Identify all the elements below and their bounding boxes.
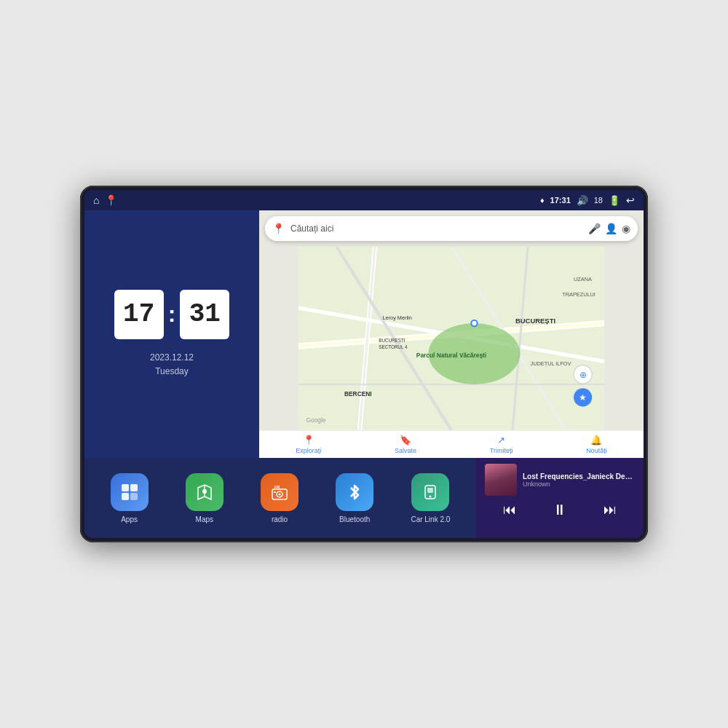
clock-colon: : [168,301,176,328]
news-icon: 🔔 [590,435,602,446]
svg-text:Parcul Natural Văcărești: Parcul Natural Văcărești [416,352,486,359]
svg-text:BUCUREȘTI: BUCUREȘTI [379,338,405,344]
map-search-bar[interactable]: 📍 Căutați aici 🎤 👤 ◉ [265,216,638,241]
svg-point-41 [430,495,432,497]
music-text: Lost Frequencies_Janieck Devy-... Unknow… [523,472,635,488]
next-button[interactable]: ⏭ [604,502,617,518]
maps-pin-icon[interactable]: 📍 [105,194,117,206]
svg-text:★: ★ [579,393,587,402]
svg-rect-28 [130,484,138,491]
svg-point-36 [279,493,281,495]
svg-rect-40 [427,488,433,493]
svg-text:BUCUREȘTI: BUCUREȘTI [515,317,555,325]
status-bar: ⌂ 📍 ♦ 17:31 🔊 18 🔋 ↩ [84,190,644,210]
maps-icon-wrap [186,473,223,511]
svg-text:FM: FM [274,485,280,489]
gps-icon: ♦ [540,196,545,205]
back-icon[interactable]: ↩ [626,194,635,206]
voice-icon[interactable]: 🎤 [588,223,601,234]
svg-rect-30 [130,493,138,500]
carlink-icon-wrap [411,473,449,511]
time-display: 17:31 [550,196,571,205]
svg-point-21 [472,321,476,325]
clock-day-value: Tuesday [150,365,194,379]
map-footer-explore[interactable]: 📍 Explorați [296,435,321,454]
bluetooth-label: Bluetooth [339,515,370,523]
bluetooth-icon-wrap [336,473,373,511]
maps-label: Maps [196,515,213,523]
map-footer: 📍 Explorați 🔖 Salvate ↗ Trimiteți 🔔 [259,430,644,458]
send-icon: ↗ [497,435,505,446]
app-item-apps[interactable]: Apps [111,473,149,523]
volume-icon[interactable]: 🔊 [577,195,588,206]
map-panel: 📍 Căutați aici 🎤 👤 ◉ [259,210,644,458]
music-thumbnail [485,464,517,496]
prev-button[interactable]: ⏮ [503,502,516,518]
music-artist: Unknown [523,480,635,488]
map-search-input[interactable]: Căutați aici [290,223,582,234]
news-label: Noutăți [586,447,607,454]
clock-minute: 31 [180,290,229,339]
map-footer-news[interactable]: 🔔 Noutăți [586,435,607,454]
svg-point-33 [202,489,207,494]
svg-text:Leroy Merlin: Leroy Merlin [383,314,412,321]
explore-icon: 📍 [303,435,314,446]
top-section: 17 : 31 2023.12.12 Tuesday 📍 Căutați aic… [84,210,644,458]
music-controls: ⏮ ⏸ ⏭ [485,502,635,518]
clock-date: 2023.12.12 Tuesday [150,351,194,379]
app-item-maps[interactable]: Maps [186,473,223,523]
svg-text:UZANA: UZANA [574,276,592,282]
battery-icon: 🔋 [609,195,620,206]
maps-icon [194,482,215,502]
clock-display: 17 : 31 [114,290,230,339]
app-item-radio[interactable]: FM radio [261,473,298,523]
apps-icon [119,482,140,502]
music-thumb-art [485,464,517,496]
map-pin-icon: 📍 [272,223,285,234]
clock-panel: 17 : 31 2023.12.12 Tuesday [84,210,259,458]
saved-label: Salvate [395,447,416,454]
svg-text:SECTORUL 4: SECTORUL 4 [379,344,408,349]
svg-rect-29 [122,493,129,500]
status-left: ⌂ 📍 [93,194,117,206]
map-footer-saved[interactable]: 🔖 Salvate [395,435,416,454]
saved-icon: 🔖 [400,435,411,446]
play-pause-button[interactable]: ⏸ [553,502,567,518]
carlink-icon [420,482,440,502]
layers-icon[interactable]: ◉ [622,223,630,234]
clock-date-value: 2023.12.12 [150,351,194,365]
account-icon[interactable]: 👤 [605,223,617,234]
svg-text:JUDEȚUL ILFOV: JUDEȚUL ILFOV [531,360,571,367]
radio-icon-wrap: FM [261,473,298,511]
svg-rect-37 [274,491,276,493]
app-item-bluetooth[interactable]: Bluetooth [336,473,373,523]
svg-rect-27 [122,484,129,491]
explore-label: Explorați [296,447,321,454]
car-display-device: ⌂ 📍 ♦ 17:31 🔊 18 🔋 ↩ 17 : [80,186,648,542]
apps-icon-wrap [111,473,149,511]
radio-icon: FM [269,482,290,502]
send-label: Trimiteți [490,447,513,454]
device-screen: ⌂ 📍 ♦ 17:31 🔊 18 🔋 ↩ 17 : [84,190,644,538]
svg-text:Google: Google [306,417,326,424]
music-title: Lost Frequencies_Janieck Devy-... [523,472,635,480]
apps-panel: Apps Maps [84,458,476,538]
app-item-carlink[interactable]: Car Link 2.0 [411,473,450,523]
clock-hour: 17 [114,290,164,339]
map-search-actions: 🎤 👤 ◉ [588,223,630,234]
svg-text:TRAPEZULUI: TRAPEZULUI [562,291,596,298]
music-info: Lost Frequencies_Janieck Devy-... Unknow… [485,464,635,496]
home-icon[interactable]: ⌂ [93,194,99,206]
map-svg: Parcul Natural Văcărești BUCUREȘTI JUDEȚ… [259,247,644,430]
signal-value: 18 [594,196,603,205]
bottom-section: Apps Maps [84,458,644,538]
music-panel: Lost Frequencies_Janieck Devy-... Unknow… [476,458,644,538]
main-content: 17 : 31 2023.12.12 Tuesday 📍 Căutați aic… [84,210,644,538]
radio-label: radio [272,515,288,523]
apps-label: Apps [121,515,138,523]
map-footer-send[interactable]: ↗ Trimiteți [490,435,513,454]
carlink-label: Car Link 2.0 [411,515,450,523]
map-body: Parcul Natural Văcărești BUCUREȘTI JUDEȚ… [259,247,644,430]
svg-text:BERCENI: BERCENI [344,390,372,397]
svg-text:⊕: ⊕ [579,371,587,379]
